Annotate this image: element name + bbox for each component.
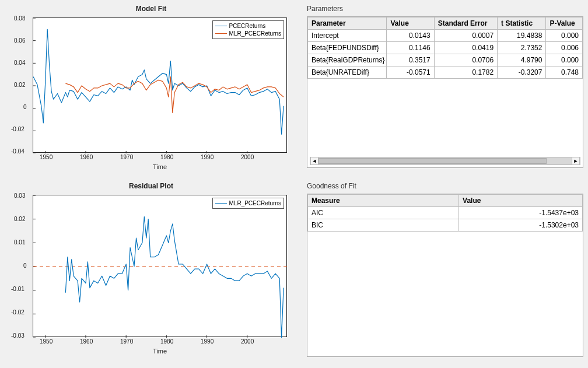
ytick: 0 bbox=[23, 262, 27, 269]
parameters-panel: Parameters Parameter Value Standard Erro… bbox=[302, 2, 588, 177]
ytick: 0.06 bbox=[14, 37, 25, 44]
table-cell: -1.5437e+03 bbox=[459, 207, 583, 219]
xtick: 1950 bbox=[40, 338, 52, 345]
legend-label: MLR_PCECReturns bbox=[229, 30, 281, 37]
ytick: 0.01 bbox=[14, 239, 25, 246]
parameters-hscroll[interactable]: ◄ ► bbox=[310, 157, 580, 165]
xtick: 1960 bbox=[80, 338, 93, 345]
table-cell: Beta{RealGDPReturns} bbox=[308, 54, 387, 66]
ytick: -0.02 bbox=[11, 126, 24, 132]
table-row[interactable]: Beta{RealGDPReturns}0.35170.07064.97900.… bbox=[308, 54, 583, 66]
xtick: 1980 bbox=[160, 154, 173, 160]
table-cell: 0.1146 bbox=[387, 42, 434, 54]
legend-label: MLR_PCECReturns bbox=[229, 199, 281, 207]
scroll-track[interactable] bbox=[318, 157, 572, 164]
xtick: 1970 bbox=[120, 154, 133, 160]
table-cell: Beta{FEDFUNDSDiff} bbox=[308, 42, 387, 54]
ytick: 0.04 bbox=[14, 59, 25, 66]
table-cell: 0.748 bbox=[546, 66, 583, 79]
residual-panel: Residual Plot 0.03 0.02 0.01 0 -0.01 -0.… bbox=[2, 180, 300, 366]
table-cell: 2.7352 bbox=[498, 42, 546, 54]
table-cell: 0.0419 bbox=[434, 42, 497, 54]
residual-legend: MLR_PCECReturns bbox=[212, 198, 284, 209]
goodness-panel: Goodness of Fit Measure Value AIC-1.5437… bbox=[302, 180, 588, 366]
ytick: 0.02 bbox=[14, 216, 25, 222]
xtick: 1990 bbox=[201, 154, 214, 160]
table-cell: Intercept bbox=[308, 30, 387, 42]
col-header[interactable]: Parameter bbox=[308, 17, 387, 30]
residual-plot-area: MLR_PCECReturns bbox=[33, 195, 287, 337]
table-cell: 0.006 bbox=[546, 42, 583, 54]
xtick: 1960 bbox=[80, 154, 93, 160]
table-cell: 0.000 bbox=[546, 30, 583, 42]
parameters-table: Parameter Value Standard Error t Statist… bbox=[307, 17, 583, 79]
table-cell: 0.3517 bbox=[387, 54, 434, 66]
residual-svg bbox=[33, 195, 288, 338]
table-cell: BIC bbox=[308, 219, 459, 232]
col-header[interactable]: t Statistic bbox=[498, 17, 546, 30]
col-header[interactable]: Value bbox=[387, 17, 434, 30]
table-row[interactable]: AIC-1.5437e+03 bbox=[308, 207, 583, 219]
model-fit-panel: Model Fit 0.08 0.06 0.04 0.02 0 -0.02 -0… bbox=[2, 2, 300, 177]
table-cell: 0.0706 bbox=[434, 54, 497, 66]
xtick: 1990 bbox=[201, 338, 214, 345]
ytick: 0 bbox=[23, 104, 27, 110]
goodness-title: Goodness of Fit bbox=[307, 182, 583, 190]
ytick: -0.04 bbox=[11, 148, 24, 155]
ytick: 0.03 bbox=[14, 192, 25, 199]
xtick: 2000 bbox=[241, 338, 254, 345]
parameters-table-wrap: Parameter Value Standard Error t Statist… bbox=[307, 16, 583, 168]
table-row[interactable]: Beta{FEDFUNDSDiff}0.11460.04192.73520.00… bbox=[308, 42, 583, 54]
ytick: -0.01 bbox=[11, 286, 24, 292]
table-cell: 19.4838 bbox=[498, 30, 546, 42]
residual-title: Residual Plot bbox=[2, 182, 300, 190]
ytick: -0.03 bbox=[11, 332, 24, 339]
table-row[interactable]: Beta{UNRATEDiff}-0.05710.1782-0.32070.74… bbox=[308, 66, 583, 79]
scroll-left-arrow-icon[interactable]: ◄ bbox=[310, 157, 318, 164]
table-cell: 0.1782 bbox=[434, 66, 497, 79]
table-header-row: Parameter Value Standard Error t Statist… bbox=[308, 17, 583, 30]
xtick: 1980 bbox=[160, 338, 173, 345]
table-cell: AIC bbox=[308, 207, 459, 219]
col-header[interactable]: Standard Error bbox=[434, 17, 497, 30]
table-cell: 4.9790 bbox=[498, 54, 546, 66]
scroll-thumb[interactable] bbox=[318, 158, 547, 164]
residual-xlabel: Time bbox=[33, 348, 287, 355]
model-fit-plot-area: PCECReturns MLR_PCECReturns bbox=[33, 17, 287, 153]
col-header[interactable]: Measure bbox=[308, 195, 459, 207]
ytick: -0.02 bbox=[11, 309, 24, 316]
col-header[interactable]: Value bbox=[459, 195, 583, 207]
model-fit-title: Model Fit bbox=[2, 5, 300, 13]
table-cell: -0.3207 bbox=[498, 66, 546, 79]
model-fit-xlabel: Time bbox=[33, 163, 287, 170]
xtick: 1950 bbox=[40, 154, 52, 160]
xtick: 1970 bbox=[120, 338, 133, 345]
xtick: 2000 bbox=[241, 154, 254, 160]
model-fit-legend: PCECReturns MLR_PCECReturns bbox=[212, 20, 284, 39]
table-cell: 0.0007 bbox=[434, 30, 497, 42]
legend-label: PCECReturns bbox=[229, 22, 266, 30]
table-row[interactable]: Intercept0.01430.000719.48380.000 bbox=[308, 30, 583, 42]
goodness-table: Measure Value AIC-1.5437e+03BIC-1.5302e+… bbox=[307, 194, 583, 232]
ytick: 0.02 bbox=[14, 82, 25, 88]
table-cell: -1.5302e+03 bbox=[459, 219, 583, 232]
goodness-table-wrap: Measure Value AIC-1.5437e+03BIC-1.5302e+… bbox=[307, 194, 583, 357]
table-header-row: Measure Value bbox=[308, 195, 583, 207]
scroll-right-arrow-icon[interactable]: ► bbox=[572, 157, 580, 164]
table-cell: -0.0571 bbox=[387, 66, 434, 79]
parameters-title: Parameters bbox=[307, 5, 583, 13]
col-header[interactable]: P-Value bbox=[546, 17, 583, 30]
table-cell: 0.0143 bbox=[387, 30, 434, 42]
ytick: 0.08 bbox=[14, 15, 25, 22]
table-cell: 0.000 bbox=[546, 54, 583, 66]
table-cell: Beta{UNRATEDiff} bbox=[308, 66, 387, 79]
table-row[interactable]: BIC-1.5302e+03 bbox=[308, 219, 583, 232]
